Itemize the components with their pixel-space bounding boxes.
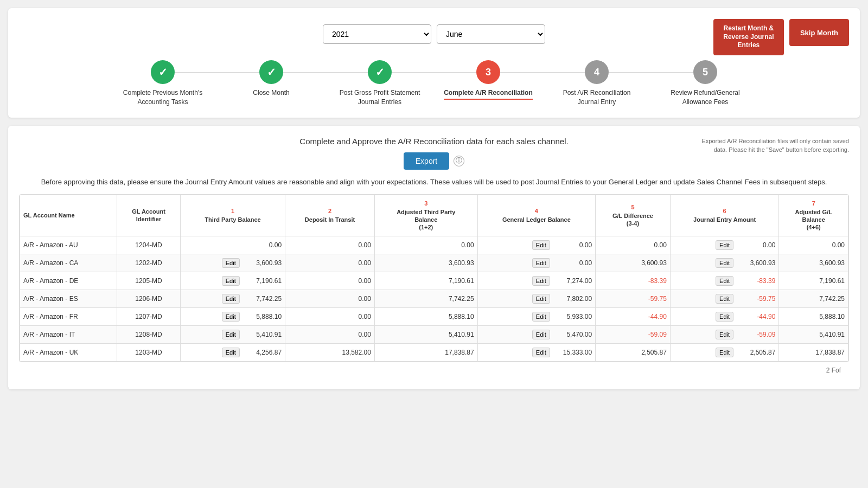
edit-je-button[interactable]: Edit: [716, 294, 733, 304]
cell-deposit: 0.00: [285, 325, 375, 343]
adj-tp-value: 3,600.93: [449, 259, 474, 267]
table-wrapper[interactable]: GL Account Name GL AccountIdentifier 1 T…: [19, 194, 849, 362]
edit-tp-button[interactable]: Edit: [222, 276, 240, 286]
edit-tp-button[interactable]: Edit: [222, 258, 240, 268]
edit-gl-button[interactable]: Edit: [532, 258, 550, 268]
col-gl-account-name: GL Account Name: [20, 195, 117, 236]
cell-gl-balance: Edit 0.00: [477, 236, 596, 254]
step-5-num: 4: [594, 67, 599, 78]
deposit-value: 0.00: [333, 259, 371, 267]
deposit-value: 0.00: [333, 277, 371, 285]
edit-tp-button[interactable]: Edit: [222, 312, 240, 322]
steps-row: ✓ Complete Previous Month'sAccounting Ta…: [19, 60, 849, 107]
cell-identifier: 1208-MD: [117, 325, 181, 343]
gl-balance-value: 7,274.00: [554, 277, 592, 285]
edit-je-button[interactable]: Edit: [716, 348, 733, 357]
cell-account-name: A/R - Amazon - AU: [20, 236, 117, 254]
gl-balance-value: 0.00: [554, 259, 592, 267]
cell-tp-balance: Edit 7,190.61: [181, 272, 285, 290]
cell-identifier: 1203-MD: [117, 343, 181, 361]
edit-je-button[interactable]: Edit: [716, 258, 733, 268]
tp-value: 0.00: [244, 241, 282, 249]
restart-button[interactable]: Restart Month & Reverse Journal Entries: [713, 19, 784, 55]
adj-tp-value: 5,888.10: [449, 313, 474, 320]
cell-adj-gl: 3,600.93: [779, 254, 848, 272]
je-amount-value: -59.09: [737, 331, 775, 338]
cell-je-amount: Edit 2,505.87: [670, 343, 779, 361]
month-dropdown[interactable]: June: [437, 24, 545, 44]
cell-adj-tp: 7,190.61: [374, 272, 477, 290]
cell-adj-gl: 17,838.87: [779, 343, 848, 361]
edit-je-button[interactable]: Edit: [716, 276, 733, 286]
export-button[interactable]: Export: [404, 152, 449, 170]
cell-je-amount: Edit -59.75: [670, 290, 779, 307]
cell-tp-balance: Edit 5,410.91: [181, 325, 285, 343]
step-2-circle: ✓: [259, 60, 283, 84]
edit-gl-button[interactable]: Edit: [532, 312, 550, 322]
adj-gl-value: 17,838.87: [816, 349, 845, 356]
gl-balance-value: 5,470.00: [554, 331, 592, 338]
adj-tp-value: 7,742.25: [449, 295, 474, 303]
tp-value: 7,742.25: [244, 295, 282, 303]
gl-diff-value: -83.39: [648, 277, 667, 285]
cell-gl-balance: Edit 5,933.00: [477, 307, 596, 325]
step-5: 4 Post A/R ReconciliationJournal Entry: [542, 60, 651, 107]
col-adj-tp: 3 Adjusted Third PartyBalance(1+2): [374, 195, 477, 236]
edit-je-button[interactable]: Edit: [716, 312, 733, 322]
pagination-text: 2 Fof: [826, 367, 841, 374]
edit-je-button[interactable]: Edit: [716, 330, 733, 339]
step-1-circle: ✓: [151, 60, 175, 84]
info-icon[interactable]: ⓘ: [454, 156, 464, 166]
cell-gl-diff: -59.09: [596, 325, 671, 343]
cell-deposit: 0.00: [285, 254, 375, 272]
edit-tp-button[interactable]: Edit: [222, 348, 240, 357]
adj-tp-value: 7,190.61: [449, 277, 474, 285]
deposit-value: 0.00: [333, 331, 371, 338]
cell-identifier: 1204-MD: [117, 236, 181, 254]
cell-tp-balance: Edit 7,742.25: [181, 290, 285, 307]
edit-tp-button[interactable]: Edit: [222, 294, 240, 304]
cell-gl-balance: Edit 7,802.00: [477, 290, 596, 307]
step-6-circle: 5: [693, 60, 717, 84]
step-2: ✓ Close Month: [217, 60, 326, 98]
deposit-value: 0.00: [333, 241, 371, 249]
cell-deposit: 13,582.00: [285, 343, 375, 361]
edit-gl-button[interactable]: Edit: [532, 330, 550, 339]
step-6: 5 Review Refund/GeneralAllowance Fees: [651, 60, 760, 107]
cell-adj-tp: 5,888.10: [374, 307, 477, 325]
step-3-circle: ✓: [368, 60, 392, 84]
step-5-label: Post A/R ReconciliationJournal Entry: [563, 88, 631, 107]
table-row: A/R - Amazon - ES 1206-MD Edit 7,742.25 …: [20, 290, 848, 307]
gl-diff-value: -59.09: [648, 331, 667, 338]
skip-month-button[interactable]: Skip Month: [789, 19, 849, 46]
check-icon-3: ✓: [375, 66, 385, 79]
step-1: ✓ Complete Previous Month'sAccounting Ta…: [108, 60, 217, 107]
table-row: A/R - Amazon - FR 1207-MD Edit 5,888.10 …: [20, 307, 848, 325]
cell-je-amount: Edit 0.00: [670, 236, 779, 254]
cell-deposit: 0.00: [285, 290, 375, 307]
cell-account-name: A/R - Amazon - DE: [20, 272, 117, 290]
tp-value: 5,410.91: [244, 331, 282, 338]
table-row: A/R - Amazon - AU 1204-MD 0.00 0.00 0.00…: [20, 236, 848, 254]
edit-gl-button[interactable]: Edit: [532, 276, 550, 286]
edit-gl-button[interactable]: Edit: [532, 294, 550, 304]
cell-adj-tp: 17,838.87: [374, 343, 477, 361]
pagination-row: 2 Fof: [19, 362, 849, 378]
export-row: Export ⓘ: [171, 152, 697, 170]
table-row: A/R - Amazon - CA 1202-MD Edit 3,600.93 …: [20, 254, 848, 272]
col-third-party: 1 Third Party Balance: [181, 195, 285, 236]
cell-gl-diff: 3,600.93: [596, 254, 671, 272]
deposit-value: 0.00: [333, 295, 371, 303]
year-dropdown[interactable]: 2021: [323, 24, 431, 44]
table-row: A/R - Amazon - DE 1205-MD Edit 7,190.61 …: [20, 272, 848, 290]
edit-gl-button[interactable]: Edit: [532, 348, 550, 357]
edit-je-button[interactable]: Edit: [716, 240, 733, 250]
edit-gl-button[interactable]: Edit: [532, 240, 550, 250]
tp-value: 4,256.87: [244, 349, 282, 356]
cell-identifier: 1202-MD: [117, 254, 181, 272]
cell-adj-gl: 0.00: [779, 236, 848, 254]
edit-tp-button[interactable]: Edit: [222, 330, 240, 339]
cell-adj-gl: 5,410.91: [779, 325, 848, 343]
gl-diff-value: -44.90: [648, 313, 667, 320]
gl-balance-value: 0.00: [554, 241, 592, 249]
